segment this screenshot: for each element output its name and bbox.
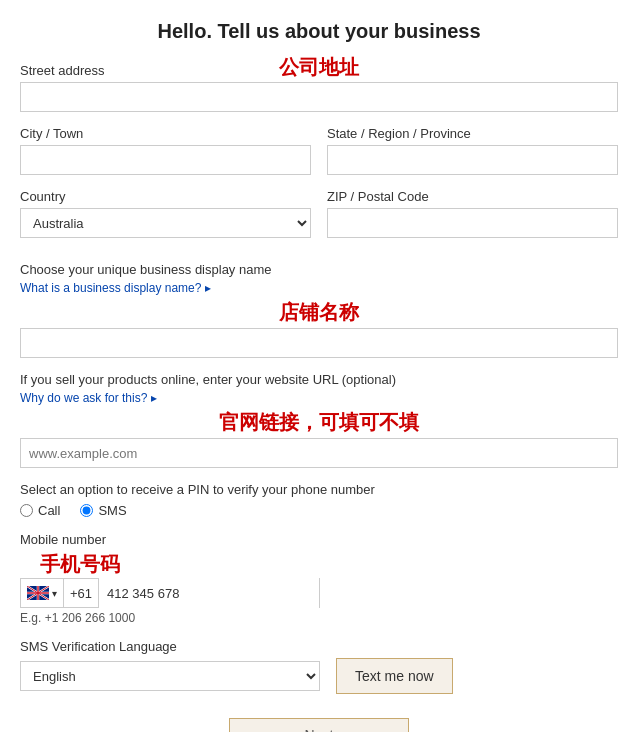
business-name-label: Choose your unique business display name [20,262,618,277]
business-name-hint-link[interactable]: What is a business display name? [20,281,618,295]
state-input[interactable] [327,145,618,175]
zip-input[interactable] [327,208,618,238]
sms-lang-label: SMS Verification Language [20,639,618,654]
pin-call-label: Call [38,503,60,518]
website-annotation: 官网链接，可填可不填 [20,409,618,436]
phone-input-wrapper: ▾ +61 [20,578,320,608]
website-input[interactable] [20,438,618,468]
mobile-hint: E.g. +1 206 266 1000 [20,611,618,625]
pin-call-radio[interactable] [20,504,33,517]
next-button[interactable]: Next [229,718,409,732]
pin-label: Select an option to receive a PIN to ver… [20,482,618,497]
business-name-annotation: 店铺名称 [20,299,618,326]
pin-call-option[interactable]: Call [20,503,60,518]
pin-sms-radio[interactable] [80,504,93,517]
page-title: Hello. Tell us about your business [20,20,618,43]
flag-dropdown-arrow: ▾ [52,588,57,599]
text-me-button[interactable]: Text me now [336,658,453,694]
mobile-label: Mobile number [20,532,618,547]
state-label: State / Region / Province [327,126,618,141]
mobile-annotation: 手机号码 [40,551,120,578]
au-flag-icon [27,586,49,600]
website-hint-link[interactable]: Why do we ask for this? [20,391,618,405]
pin-sms-label: SMS [98,503,126,518]
zip-label: ZIP / Postal Code [327,189,618,204]
street-address-label: Street address [20,63,618,78]
phone-prefix: +61 [64,579,99,607]
phone-number-input[interactable] [99,578,319,608]
country-label: Country [20,189,311,204]
city-label: City / Town [20,126,311,141]
website-label: If you sell your products online, enter … [20,372,618,387]
street-address-input[interactable] [20,82,618,112]
pin-sms-option[interactable]: SMS [80,503,126,518]
phone-flag-selector[interactable]: ▾ [21,579,64,607]
business-name-input[interactable] [20,328,618,358]
country-select[interactable]: Australia United States United Kingdom C… [20,208,311,238]
city-input[interactable] [20,145,311,175]
sms-lang-select[interactable]: English Chinese Spanish French German [20,661,320,691]
